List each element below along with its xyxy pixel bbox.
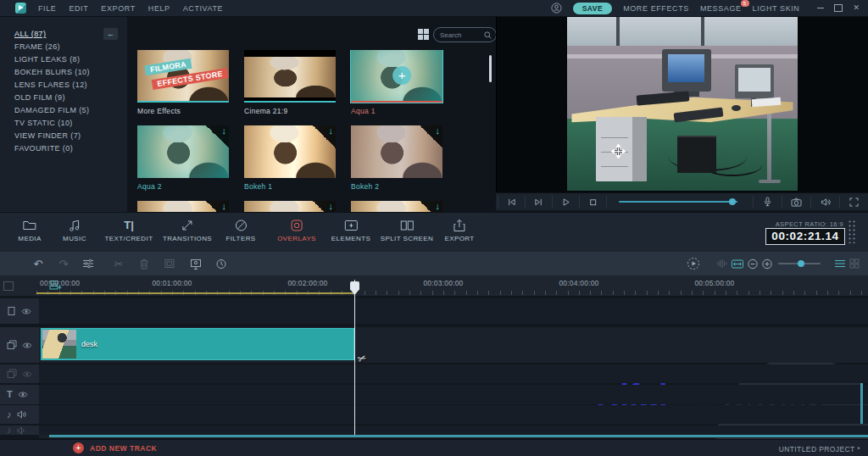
effect-card[interactable]: FILMORA EFFECTS STORE ↓ + bbox=[244, 201, 336, 212]
download-icon[interactable]: ↓ bbox=[206, 125, 229, 148]
track-pip[interactable] bbox=[0, 298, 868, 324]
effect-card[interactable]: FILMORA EFFECTS STORE ↓ + Cinema 21:9 bbox=[244, 50, 336, 125]
effect-card[interactable]: FILMORA EFFECTS STORE ↓ + More Effects bbox=[137, 50, 229, 125]
add-effect-icon[interactable]: + bbox=[392, 66, 411, 85]
effect-card[interactable]: FILMORA EFFECTS STORE ↓ + Bokeh 1 bbox=[244, 125, 336, 201]
effects-scrollbar[interactable] bbox=[489, 55, 492, 82]
maximize-icon[interactable] bbox=[834, 4, 843, 12]
download-icon[interactable]: ↓ bbox=[420, 201, 442, 212]
undo-button[interactable]: ↶ bbox=[34, 252, 43, 275]
zoom-slider-thumb[interactable] bbox=[798, 260, 804, 267]
seek-slider-thumb[interactable] bbox=[729, 198, 736, 205]
grid-view-icon[interactable] bbox=[418, 29, 429, 40]
effect-card[interactable]: FILMORA EFFECTS STORE ↓ + bbox=[137, 201, 229, 212]
horizontal-scrollbar[interactable] bbox=[49, 435, 868, 437]
play-button[interactable] bbox=[553, 196, 580, 208]
preview-frame[interactable] bbox=[567, 17, 798, 191]
effect-card[interactable]: FILMORA EFFECTS STORE ↓ + Aqua 1 bbox=[351, 50, 442, 125]
tab-filters[interactable]: FILTERS bbox=[225, 219, 255, 242]
zoom-in-button[interactable] bbox=[762, 252, 773, 275]
sidebar-category-item[interactable]: VIEW FINDER (7) bbox=[14, 130, 127, 142]
timecode-display[interactable]: 00:02:21.14 bbox=[765, 228, 845, 245]
eye-toggle-icon[interactable] bbox=[22, 370, 32, 378]
speaker-toggle-icon[interactable] bbox=[17, 410, 26, 419]
track-video-1[interactable]: desk bbox=[0, 327, 868, 363]
zoom-out-button[interactable] bbox=[748, 252, 759, 275]
detach-audio-button[interactable] bbox=[190, 252, 202, 275]
timeline-zoom-slider[interactable] bbox=[778, 263, 821, 264]
crop-button[interactable] bbox=[164, 252, 175, 275]
sidebar-category-item[interactable]: DAMAGED FILM (5) bbox=[14, 104, 127, 117]
light-skin-button[interactable]: LIGHT SKIN bbox=[753, 4, 800, 13]
tab-music[interactable]: TEXT/CREDIT MUSIC bbox=[63, 219, 86, 242]
tab-elements[interactable]: ELEMENTS bbox=[331, 219, 370, 242]
sidebar-category-item[interactable]: BOKEH BLURS (10) bbox=[14, 66, 127, 79]
track-list-view-button[interactable] bbox=[835, 252, 846, 275]
sidebar-category-item[interactable]: LIGHT LEAKS (8) bbox=[14, 53, 127, 66]
track-video-2[interactable] bbox=[0, 364, 868, 383]
redo-button[interactable]: ↷ bbox=[59, 252, 69, 275]
playhead-line[interactable] bbox=[354, 280, 355, 435]
effect-card[interactable]: FILMORA EFFECTS STORE ↓ + Bokeh 2 bbox=[351, 125, 442, 201]
download-icon[interactable]: ↓ bbox=[420, 125, 442, 148]
snapshot-camera-icon[interactable] bbox=[782, 196, 810, 208]
more-effects-button[interactable]: MORE EFFECTS bbox=[623, 4, 689, 13]
sidebar-category-item[interactable]: TV STATIC (10) bbox=[14, 117, 127, 130]
record-voiceover-icon[interactable] bbox=[753, 196, 782, 208]
stop-button[interactable] bbox=[580, 196, 607, 208]
eye-toggle-icon[interactable] bbox=[21, 308, 31, 315]
adjust-settings-icon[interactable] bbox=[82, 252, 94, 275]
ruler-options-icon[interactable] bbox=[3, 281, 14, 291]
message-button[interactable]: MESSAGE 5 bbox=[700, 4, 742, 13]
menu-item[interactable]: HELP bbox=[148, 4, 170, 13]
sidebar-category-item[interactable]: OLD FILM (9) bbox=[14, 92, 127, 104]
storyboard-view-button[interactable] bbox=[849, 252, 860, 275]
effect-card[interactable]: FILMORA EFFECTS STORE ↓ + bbox=[351, 201, 442, 212]
download-icon[interactable]: ↓ bbox=[313, 125, 336, 148]
add-new-track-button[interactable]: + ADD NEW TRACK bbox=[73, 442, 157, 453]
seek-slider[interactable] bbox=[614, 196, 746, 208]
tab-split-screen[interactable]: SPLIT SCREEN bbox=[381, 219, 433, 242]
save-button[interactable]: SAVE bbox=[573, 3, 613, 14]
menu-item[interactable]: FILE bbox=[38, 4, 56, 13]
download-icon[interactable]: ↓ bbox=[206, 201, 229, 212]
collapse-sidebar-button[interactable]: ← bbox=[103, 28, 118, 40]
tab-media[interactable]: MEDIA bbox=[18, 219, 41, 242]
timeline-ruler[interactable]: 00:00:00:0000:01:00:0000:02:00:0000:03:0… bbox=[0, 275, 868, 297]
audio-waveform-icon[interactable] bbox=[717, 252, 728, 275]
timeline-clip-desk[interactable]: desk bbox=[41, 328, 354, 360]
volume-icon[interactable] bbox=[810, 196, 839, 208]
delete-trash-button[interactable] bbox=[140, 252, 149, 275]
menu-item[interactable]: EXPORT bbox=[101, 4, 135, 13]
close-icon[interactable]: ✕ bbox=[853, 4, 860, 12]
render-preview-button[interactable] bbox=[687, 252, 700, 275]
menu-item[interactable]: EDIT bbox=[69, 4, 88, 13]
download-icon[interactable]: ↓ bbox=[313, 201, 336, 212]
tab-export[interactable]: EXPORT bbox=[444, 219, 474, 242]
track-audio-2[interactable]: ♪ bbox=[0, 425, 868, 435]
sidebar-category-item[interactable]: LENS FLARES (12) bbox=[14, 79, 127, 92]
tab-transitions[interactable]: TRANSITIONS bbox=[163, 219, 212, 242]
clock-speed-button[interactable] bbox=[216, 252, 227, 275]
eye-toggle-icon[interactable] bbox=[22, 342, 32, 349]
minimize-icon[interactable] bbox=[817, 8, 824, 8]
panel-resize-handle[interactable] bbox=[848, 220, 857, 243]
search-box[interactable] bbox=[433, 27, 497, 42]
fullscreen-icon[interactable] bbox=[839, 196, 868, 208]
tab-overlays[interactable]: OVERLAYS bbox=[277, 219, 316, 242]
effect-card[interactable]: FILMORA EFFECTS STORE ↓ + Aqua 2 bbox=[137, 125, 229, 201]
search-input[interactable] bbox=[434, 31, 484, 39]
menu-item[interactable]: ACTIVATE bbox=[183, 4, 223, 13]
speaker-toggle-icon[interactable] bbox=[17, 426, 26, 435]
sidebar-category-item[interactable]: FAVOURITE (0) bbox=[14, 142, 127, 155]
eye-toggle-icon[interactable] bbox=[18, 391, 28, 398]
tab-text-credit[interactable]: T| TEXT/CREDIT bbox=[105, 219, 153, 242]
track-text[interactable]: T bbox=[0, 385, 868, 404]
sidebar-category-item[interactable]: FRAME (26) bbox=[14, 41, 127, 53]
split-scissors-button[interactable]: ✂ bbox=[114, 252, 124, 275]
account-icon[interactable] bbox=[551, 3, 562, 14]
zoom-to-fit-button[interactable] bbox=[732, 252, 744, 275]
vertical-scrollbar[interactable] bbox=[860, 383, 863, 424]
previous-frame-button[interactable] bbox=[498, 196, 526, 208]
next-frame-button[interactable] bbox=[526, 196, 553, 208]
